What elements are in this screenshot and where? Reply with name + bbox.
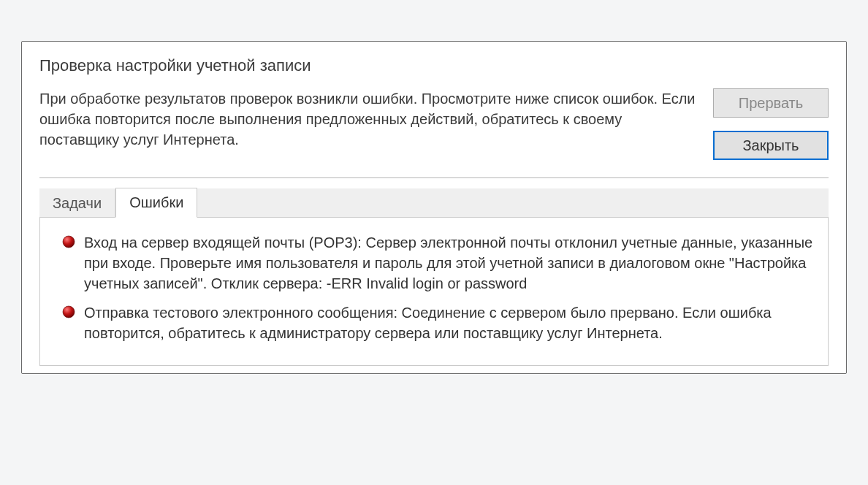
error-icon [62, 235, 75, 248]
tab-errors[interactable]: Ошибки [115, 188, 197, 218]
close-button[interactable]: Закрыть [713, 131, 829, 160]
error-item: Отправка тестового электронного сообщени… [53, 298, 815, 348]
account-test-dialog: Проверка настройки учетной записи При об… [21, 41, 847, 374]
error-text: Отправка тестового электронного сообщени… [84, 302, 815, 343]
dialog-buttons: Прервать Закрыть [713, 88, 829, 160]
tabs-area: Задачи Ошибки [39, 177, 829, 366]
tab-strip: Задачи Ошибки [39, 188, 829, 218]
dialog-description: При обработке результатов проверок возни… [39, 88, 696, 150]
tab-content-errors: Вход на сервер входящей почты (POP3): Се… [39, 218, 829, 366]
tab-tasks[interactable]: Задачи [39, 189, 115, 218]
dialog-body: При обработке результатов проверок возни… [22, 88, 846, 177]
error-text: Вход на сервер входящей почты (POP3): Се… [84, 232, 815, 294]
dialog-title: Проверка настройки учетной записи [22, 42, 846, 88]
svg-point-1 [63, 306, 75, 318]
error-icon [62, 305, 75, 318]
svg-point-0 [63, 236, 75, 248]
error-item: Вход на сервер входящей почты (POP3): Се… [53, 228, 815, 298]
stop-button: Прервать [713, 88, 829, 118]
